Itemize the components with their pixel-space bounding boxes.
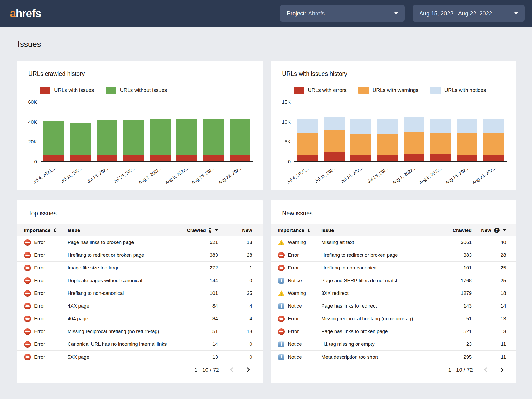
stacked-bar[interactable] (230, 119, 250, 161)
bar-segment[interactable] (43, 121, 64, 155)
bar-segment[interactable] (377, 155, 398, 161)
logo-text: hrefs (16, 7, 41, 19)
bar-segment[interactable] (43, 155, 64, 161)
bar-segment[interactable] (483, 119, 504, 133)
bar-segment[interactable] (350, 155, 371, 161)
crawled-count: 383 (441, 252, 472, 258)
bar-segment[interactable] (404, 154, 424, 161)
table-row[interactable]: Error Missing reciprocal hreflang (no re… (271, 312, 516, 325)
column-header-importance[interactable]: Importance (278, 228, 304, 233)
table-row[interactable]: Warning 3XX redirect 1279 18 (271, 287, 516, 300)
table-row[interactable]: Notice Page has links to redirect 143 14 (271, 300, 516, 312)
bar-segment[interactable] (203, 119, 224, 155)
column-header-issue[interactable]: Issue (68, 228, 187, 233)
stacked-bar[interactable] (203, 119, 224, 161)
stacked-bar[interactable] (97, 120, 117, 161)
bar-segment[interactable] (350, 134, 371, 155)
bar-segment[interactable] (297, 133, 318, 155)
stacked-bar[interactable] (70, 123, 91, 161)
table-row[interactable]: Error Page has links to broken page 521 … (17, 236, 263, 249)
table-row[interactable]: Error Page has links to broken page 521 … (271, 325, 516, 338)
table-row[interactable]: Error Hreflang to non-canonical 101 25 (17, 287, 263, 300)
column-header-new[interactable]: New (481, 228, 491, 233)
bar-segment[interactable] (297, 155, 318, 161)
column-header-new[interactable]: New (218, 228, 252, 233)
bar-segment[interactable] (457, 155, 477, 161)
bar-segment[interactable] (176, 119, 197, 155)
column-header-issue[interactable]: Issue (321, 228, 441, 233)
bar-segment[interactable] (150, 155, 171, 161)
table-row[interactable]: Notice Page and SERP titles do not match… (271, 274, 516, 287)
bar-segment[interactable] (297, 119, 318, 133)
bar-segment[interactable] (70, 123, 91, 155)
stacked-bar[interactable] (350, 119, 371, 161)
next-page-icon[interactable] (245, 367, 250, 372)
bar-segment[interactable] (404, 117, 424, 132)
stacked-bar[interactable] (457, 119, 477, 161)
bar-segment[interactable] (483, 155, 504, 161)
bar-segment[interactable] (457, 133, 477, 155)
bar-segment[interactable] (70, 155, 91, 161)
new-count: 25 (472, 265, 506, 271)
bar-segment[interactable] (377, 134, 398, 155)
bar-segment[interactable] (97, 120, 117, 155)
stacked-bar[interactable] (43, 121, 64, 161)
table-row[interactable]: Error Duplicate pages without canonical … (17, 274, 263, 287)
stacked-bar[interactable] (176, 119, 197, 161)
bar-segment[interactable] (324, 117, 345, 130)
bar-segment[interactable] (230, 155, 250, 161)
bar-segment[interactable] (123, 120, 144, 155)
plot-area: Jul 4, 2022,...Jul 11, 202...Jul 18, 202… (294, 102, 507, 162)
table-row[interactable]: Error 4XX page 84 4 (17, 300, 263, 312)
column-header-crawled[interactable]: Crawled (187, 228, 206, 233)
stacked-bar[interactable] (430, 119, 451, 161)
bar-segment[interactable] (324, 130, 345, 152)
stacked-bar[interactable] (483, 119, 504, 161)
bar-segment[interactable] (430, 154, 451, 161)
project-dropdown[interactable]: Project:Ahrefs (280, 5, 405, 22)
bar-segment[interactable] (483, 133, 504, 155)
bar-segment[interactable] (150, 119, 171, 155)
bar-segment[interactable] (123, 155, 144, 161)
ahrefs-logo[interactable]: ahrefs (10, 7, 41, 20)
table-row[interactable]: Error 404 page 84 4 (17, 312, 263, 325)
table-row[interactable]: Error Canonical URL has no incoming inte… (17, 338, 263, 351)
date-range-dropdown[interactable]: Aug 15, 2022 - Aug 22, 2022 (413, 5, 525, 22)
bar-segment[interactable] (404, 132, 424, 154)
bar-segment[interactable] (203, 155, 224, 161)
table-row[interactable]: Error Hreflang to redirect or broken pag… (271, 249, 516, 262)
table-row[interactable]: Error Missing reciprocal hreflang (no re… (17, 325, 263, 338)
stacked-bar[interactable] (123, 120, 144, 161)
stacked-bar[interactable] (297, 119, 318, 161)
importance-label: Warning (288, 290, 306, 296)
bar-segment[interactable] (430, 133, 451, 154)
table-row[interactable]: Error Image file size too large 272 1 (17, 262, 263, 274)
prev-page-icon[interactable] (230, 367, 235, 372)
column-header-crawled[interactable]: Crawled (441, 228, 472, 233)
stacked-bar[interactable] (150, 119, 171, 161)
table-row[interactable]: Notice Meta description too short 295 11 (271, 351, 516, 363)
stacked-bar[interactable] (324, 117, 345, 161)
bar-segment[interactable] (230, 119, 250, 155)
bar-segment[interactable] (176, 155, 197, 161)
table-row[interactable]: Error Hreflang to redirect or broken pag… (17, 249, 263, 262)
table-row[interactable]: Error 5XX page 13 0 (17, 351, 263, 363)
bar-segment[interactable] (377, 119, 398, 134)
bar-segment[interactable] (457, 119, 477, 133)
bar-segment[interactable] (97, 155, 117, 161)
help-icon[interactable] (494, 228, 500, 233)
sort-desc-icon[interactable] (503, 229, 506, 231)
table-row[interactable]: Notice H1 tag missing or empty 23 11 (271, 338, 516, 351)
bar-segment[interactable] (324, 152, 345, 161)
bar-segment[interactable] (350, 119, 371, 134)
prev-page-icon[interactable] (484, 367, 489, 372)
next-page-icon[interactable] (499, 367, 503, 372)
stacked-bar[interactable] (404, 117, 424, 161)
help-icon[interactable] (209, 228, 211, 233)
sort-desc-icon[interactable] (215, 229, 218, 231)
column-header-importance[interactable]: Importance (24, 228, 50, 233)
table-row[interactable]: Error Hreflang to non-canonical 101 25 (271, 262, 516, 274)
stacked-bar[interactable] (377, 119, 398, 161)
bar-segment[interactable] (430, 119, 451, 133)
table-row[interactable]: Warning Missing alt text 3061 40 (271, 236, 516, 249)
